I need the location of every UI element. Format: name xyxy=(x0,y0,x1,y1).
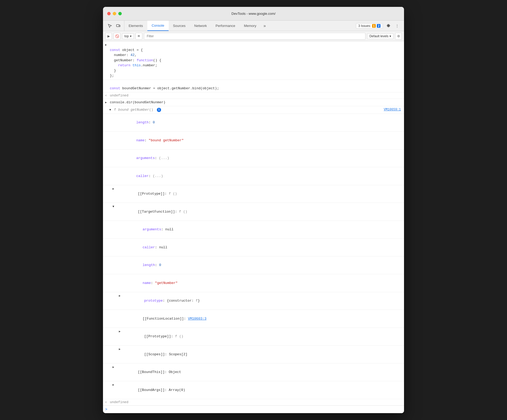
console-settings-icon[interactable]: ⚙ xyxy=(395,33,402,40)
expand-arrow-down: ▼ xyxy=(109,108,112,112)
console-prompt[interactable]: > xyxy=(103,405,404,413)
tf-caller: caller: null xyxy=(103,239,404,256)
prop-name-content: name: "bound getNumber" xyxy=(116,133,401,148)
tab-console[interactable]: Console xyxy=(147,21,169,31)
tf-arguments-content: arguments: null xyxy=(122,222,401,237)
tfscopes-content: [[Scopes]]: Scopes[2] xyxy=(124,347,401,362)
console-undefined-1: < undefined xyxy=(103,92,404,99)
maximize-button[interactable] xyxy=(118,12,122,15)
tfproto-arrow: ▶ xyxy=(119,294,122,298)
expand-arrow: ▶ xyxy=(105,43,108,47)
prop-arguments: arguments: (...) xyxy=(103,150,404,167)
console-entry-fn-header[interactable]: ▼ f bound getNumber() i VM10659:1 xyxy=(103,106,404,114)
proto-content: [[Prototype]]: f () xyxy=(117,186,401,202)
tf-length: length: 0 xyxy=(103,256,404,274)
tf-name-content: name: "getNumber" xyxy=(122,275,401,291)
clear-console-icon[interactable]: 🚫 xyxy=(114,33,120,40)
prop-caller: caller: (...) xyxy=(103,167,404,185)
target-expand-arrow: ▼ xyxy=(112,204,116,209)
inspect-icon[interactable] xyxy=(106,22,114,30)
tab-performance[interactable]: Performance xyxy=(211,21,240,31)
console-undefined-2: < undefined xyxy=(103,399,404,405)
prop-length-content: length: 0 xyxy=(116,115,401,130)
titlebar: DevTools - www.google.com/ xyxy=(103,7,404,21)
context-selector[interactable]: top ▾ xyxy=(122,33,134,39)
boundthis-arrow: ▶ xyxy=(112,365,116,370)
tf-proto-inner[interactable]: ▶ [[Prototype]]: f () xyxy=(103,328,404,346)
tfproto-inner-content: [[Prototype]]: f () xyxy=(124,329,401,344)
console-entry-dir: ▶ console.dir(boundGetNunmer) xyxy=(103,99,404,106)
tfscopes-arrow: ▶ xyxy=(119,347,122,352)
code-block-bind: const boundGetNunmer = object.getNumber.… xyxy=(110,81,401,91)
entry-spacer xyxy=(105,81,108,86)
tab-memory[interactable]: Memory xyxy=(240,21,261,31)
tfproto-content: prototype: {constructor: f} xyxy=(124,293,401,309)
console-entry-object[interactable]: ▶ const object = { number: 42, getNumber… xyxy=(103,41,404,80)
vm-link-2[interactable]: VM10603:3 xyxy=(188,317,206,321)
info-badge: 2 xyxy=(377,24,381,28)
device-toggle-icon[interactable] xyxy=(115,22,122,30)
boundargs-arrow: ▶ xyxy=(112,383,116,387)
boundthis-content: [[BoundThis]]: Object xyxy=(117,365,401,380)
traffic-lights xyxy=(107,12,122,15)
prop-prototype[interactable]: ▶ [[Prototype]]: f () xyxy=(103,185,404,203)
tf-arguments: arguments: null xyxy=(103,221,404,239)
filter-input[interactable] xyxy=(144,33,365,40)
info-icon: i xyxy=(157,108,161,112)
code-block-dir: console.dir(boundGetNunmer) xyxy=(110,100,401,105)
toolbar: ▶ 🚫 top ▾ 👁 Default levels ▾ ⚙ xyxy=(103,31,404,41)
eye-icon[interactable]: 👁 xyxy=(135,33,142,40)
window-title: DevTools - www.google.com/ xyxy=(232,12,276,16)
tf-name: name: "getNumber" xyxy=(103,274,404,292)
prop-target-fn[interactable]: ▼ [[TargetFunction]]: f () xyxy=(103,203,404,221)
devtools-panel: Elements Console Sources Network Perform… xyxy=(103,21,404,413)
tf-fn-location: [[FunctionLocation]]: VM10603:3 xyxy=(103,310,404,328)
tab-bar: Elements Console Sources Network Perform… xyxy=(103,21,404,31)
issues-badge[interactable]: 3 Issues: 1 2 xyxy=(356,23,383,29)
minimize-button[interactable] xyxy=(113,12,116,15)
warn-badge: 1 xyxy=(372,24,376,28)
bound-args[interactable]: ▶ [[BoundArgs]]: Array(0) xyxy=(103,381,404,399)
bound-this[interactable]: ▶ [[BoundThis]]: Object xyxy=(103,363,404,381)
tf-prototype[interactable]: ▶ prototype: {constructor: f} xyxy=(103,292,404,310)
fn-header-content: f bound getNumber() i xyxy=(114,107,384,113)
default-levels-button[interactable]: Default levels ▾ xyxy=(367,33,393,39)
tf-fn-location-content: [[FunctionLocation]]: VM10603:3 xyxy=(122,311,401,326)
prop-name: name: "bound getNumber" xyxy=(103,132,404,150)
tab-sources[interactable]: Sources xyxy=(169,21,190,31)
settings-icon[interactable] xyxy=(384,22,392,30)
left-arrow-2: < xyxy=(105,401,108,404)
tab-bar-icons xyxy=(104,21,124,31)
entry-spacer: ▶ xyxy=(105,100,108,105)
svg-rect-0 xyxy=(116,25,119,27)
more-tabs-button[interactable]: » xyxy=(261,21,269,31)
close-button[interactable] xyxy=(107,12,111,15)
prop-caller-content: caller: (...) xyxy=(116,168,401,184)
tab-network[interactable]: Network xyxy=(190,21,212,31)
tabs-container: Elements Console Sources Network Perform… xyxy=(124,21,354,31)
tab-bar-right: 3 Issues: 1 2 ⋮ xyxy=(354,22,403,30)
target-content: [[TargetFunction]]: f () xyxy=(117,204,401,220)
tf-caller-content: caller: null xyxy=(122,240,401,255)
tfproto-inner-arrow: ▶ xyxy=(119,329,122,334)
console-area: ▶ const object = { number: 42, getNumber… xyxy=(103,41,404,413)
left-arrow: < xyxy=(105,94,108,97)
prop-length: length: 0 xyxy=(103,114,404,132)
devtools-window: DevTools - www.google.com/ xyxy=(103,7,404,413)
console-entry-bind: const boundGetNunmer = object.getNumber.… xyxy=(103,80,404,92)
boundargs-content: [[BoundArgs]]: Array(0) xyxy=(117,382,401,398)
prop-arguments-content: arguments: (...) xyxy=(116,151,401,166)
svg-rect-1 xyxy=(119,25,120,27)
proto-expand-arrow: ▶ xyxy=(112,187,116,191)
run-script-icon[interactable]: ▶ xyxy=(105,33,112,40)
tf-length-content: length: 0 xyxy=(122,258,401,273)
tf-scopes[interactable]: ▶ [[Scopes]]: Scopes[2] xyxy=(103,346,404,363)
tab-elements[interactable]: Elements xyxy=(124,21,147,31)
code-block-object: const object = { number: 42, getNumber: … xyxy=(110,42,401,78)
vm-link-1[interactable]: VM10659:1 xyxy=(384,107,401,112)
prompt-arrow: > xyxy=(105,407,107,412)
more-options-icon[interactable]: ⋮ xyxy=(393,22,401,30)
